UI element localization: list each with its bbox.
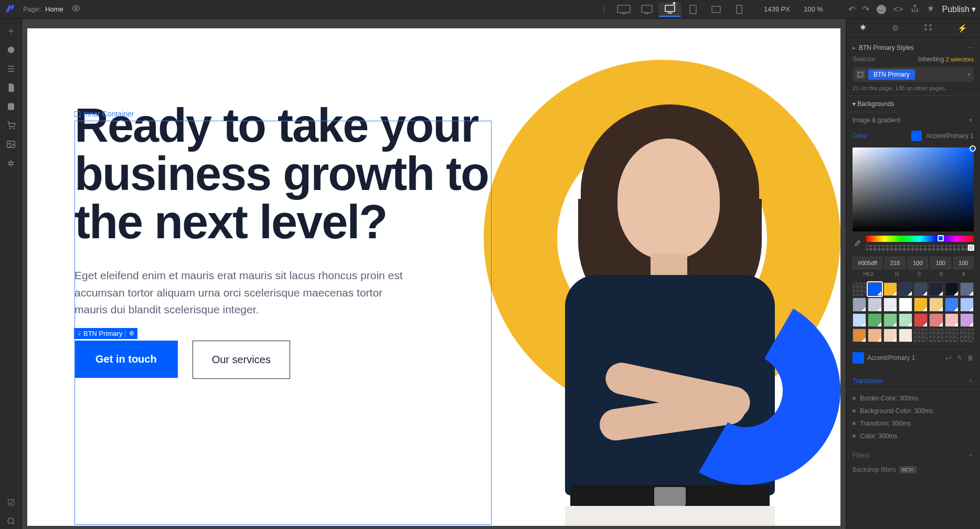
- more-dots-icon[interactable]: ⋮: [600, 4, 609, 14]
- swatch[interactable]: [883, 298, 897, 311]
- swatch[interactable]: [868, 329, 881, 342]
- swatch[interactable]: [868, 298, 881, 311]
- pages-icon[interactable]: [3, 80, 19, 96]
- comments-icon[interactable]: …: [877, 5, 886, 14]
- transition-item[interactable]: Transform: 300ms: [853, 417, 974, 430]
- swatch[interactable]: [960, 282, 974, 296]
- inheriting-count[interactable]: 2 selectors: [946, 56, 974, 62]
- swatch[interactable]: [945, 282, 958, 296]
- swatch[interactable]: [853, 313, 866, 327]
- audit-check-icon[interactable]: ☑: [3, 494, 19, 510]
- filters-section-header[interactable]: Filters ＋: [846, 448, 980, 463]
- swatch[interactable]: [914, 313, 928, 327]
- add-icon[interactable]: ＋: [967, 115, 974, 124]
- symbols-icon[interactable]: [3, 42, 19, 58]
- hue-slider[interactable]: [866, 236, 974, 242]
- b-input[interactable]: [930, 257, 951, 269]
- selector-input[interactable]: BTN Primary ▾: [853, 67, 974, 82]
- element-badge[interactable]: ☟ BTN Primary ⚙: [74, 328, 137, 339]
- swatch[interactable]: [899, 298, 912, 311]
- swatch[interactable]: [960, 313, 974, 327]
- selector-dropdown-icon[interactable]: ▾: [967, 71, 971, 78]
- swatch[interactable]: [914, 298, 928, 311]
- redo-icon[interactable]: ↷: [862, 4, 869, 14]
- assets-icon[interactable]: [3, 136, 19, 152]
- backgrounds-section-header[interactable]: ▾ Backgrounds: [846, 96, 980, 112]
- ecommerce-icon[interactable]: [3, 118, 19, 133]
- transition-item[interactable]: Background-Color: 300ms: [853, 405, 974, 417]
- breakpoint-desktop-icon[interactable]: ★: [659, 2, 681, 17]
- swatch[interactable]: [853, 282, 866, 296]
- breakpoint-landscape-icon[interactable]: [705, 2, 727, 17]
- zoom-level[interactable]: 100 %: [804, 5, 823, 13]
- swatch[interactable]: [883, 329, 897, 342]
- swatch[interactable]: [868, 282, 881, 296]
- h-input[interactable]: [885, 257, 905, 269]
- search-icon[interactable]: [3, 513, 19, 529]
- webflow-logo-icon[interactable]: [4, 4, 16, 15]
- alpha-handle[interactable]: [968, 245, 974, 251]
- swatch[interactable]: [899, 282, 912, 296]
- hex-input[interactable]: [853, 257, 882, 269]
- swatch[interactable]: [883, 313, 897, 327]
- a-input[interactable]: [953, 257, 974, 269]
- color-swatch-icon[interactable]: [911, 131, 922, 141]
- swatch[interactable]: [945, 313, 958, 327]
- preview-eye-icon[interactable]: [72, 4, 80, 14]
- swatch[interactable]: [853, 298, 866, 311]
- edit-icon[interactable]: ✎: [957, 354, 962, 362]
- cms-icon[interactable]: [3, 99, 19, 114]
- interactions-tab-icon[interactable]: ⚡: [957, 24, 967, 33]
- transition-item[interactable]: Border-Color: 300ms: [853, 392, 974, 405]
- swatch[interactable]: [960, 298, 974, 311]
- picker-handle[interactable]: [970, 145, 976, 152]
- swatch[interactable]: [929, 298, 943, 311]
- class-tag[interactable]: BTN Primary: [868, 69, 915, 80]
- swatch[interactable]: [914, 282, 928, 296]
- navigator-icon[interactable]: ☰: [3, 61, 19, 77]
- image-gradient-row[interactable]: Image & gradient ＋: [846, 112, 980, 128]
- style-tab-icon[interactable]: [859, 23, 867, 33]
- audit-icon[interactable]: [926, 4, 935, 15]
- saturation-brightness-picker[interactable]: [853, 147, 974, 231]
- swatch[interactable]: [929, 329, 943, 342]
- more-icon[interactable]: ⋯: [967, 44, 974, 51]
- selector-scope-icon[interactable]: [856, 70, 865, 79]
- swatch[interactable]: [929, 282, 943, 296]
- add-element-icon[interactable]: ＋: [3, 23, 19, 39]
- add-transition-icon[interactable]: ＋: [967, 376, 974, 385]
- transition-item[interactable]: Color: 300ms: [853, 430, 974, 442]
- settings-icon[interactable]: ✲: [3, 155, 19, 171]
- swatch[interactable]: [914, 329, 928, 342]
- export-icon[interactable]: [911, 4, 919, 15]
- swatch[interactable]: [883, 282, 897, 296]
- alpha-slider[interactable]: [866, 245, 974, 251]
- page-name[interactable]: Home: [45, 5, 63, 13]
- design-canvas[interactable]: Ready to take your business growth to th…: [27, 28, 840, 526]
- get-in-touch-button[interactable]: Get in touch: [74, 341, 178, 378]
- add-filter-icon[interactable]: ＋: [967, 451, 974, 460]
- breakpoint-xxl-icon[interactable]: [613, 2, 635, 17]
- swatch[interactable]: [945, 298, 958, 311]
- unlink-icon[interactable]: ⮐: [945, 354, 952, 362]
- delete-icon[interactable]: 🗑: [967, 354, 974, 362]
- swatch[interactable]: [868, 313, 881, 327]
- hero-heading[interactable]: Ready to take your business growth to th…: [74, 102, 494, 246]
- swatch[interactable]: [899, 313, 912, 327]
- swatch[interactable]: [853, 329, 866, 342]
- swatch[interactable]: [960, 329, 974, 342]
- settings-tab-icon[interactable]: ⚙: [892, 24, 899, 33]
- s-input[interactable]: [908, 257, 928, 269]
- transitions-section-header[interactable]: Transitions ＋: [846, 372, 980, 390]
- our-services-button[interactable]: Our services: [193, 341, 290, 379]
- undo-icon[interactable]: ↶: [848, 4, 855, 14]
- publish-button[interactable]: Publish ▾: [942, 4, 976, 14]
- canvas-width[interactable]: 1439 PX: [764, 5, 790, 13]
- style-manager-tab-icon[interactable]: [923, 24, 933, 33]
- breakpoint-xl-icon[interactable]: [636, 2, 658, 17]
- code-icon[interactable]: <>: [893, 5, 903, 14]
- eyedropper-icon[interactable]: [853, 239, 862, 248]
- gear-icon[interactable]: ⚙: [129, 330, 134, 337]
- swatch[interactable]: [899, 329, 912, 342]
- hue-handle[interactable]: [938, 235, 944, 241]
